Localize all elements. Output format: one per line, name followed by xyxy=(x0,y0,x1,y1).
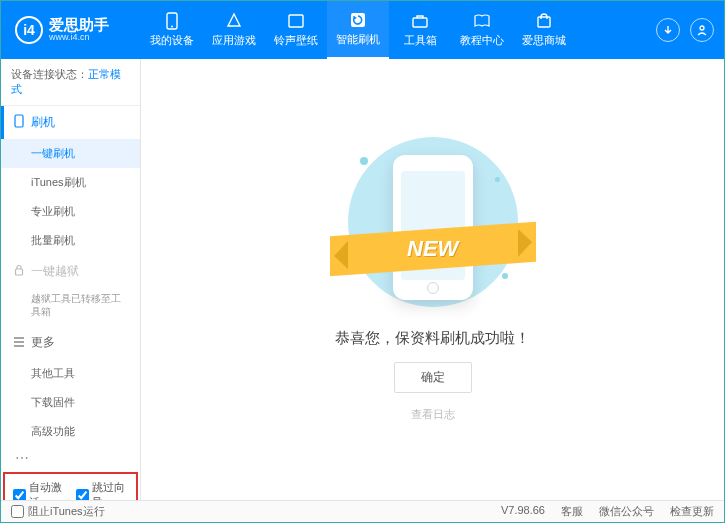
sidebar-item-other-tools[interactable]: 其他工具 xyxy=(1,359,140,388)
sidebar-item-download-firmware[interactable]: 下载固件 xyxy=(1,388,140,417)
nav-label: 应用游戏 xyxy=(212,33,256,48)
app-url: www.i4.cn xyxy=(49,33,109,43)
nav-store[interactable]: 爱思商城 xyxy=(513,1,575,59)
svg-rect-4 xyxy=(413,18,427,27)
sidebar-section-flash[interactable]: 刷机 xyxy=(1,106,140,139)
sidebar-item-onekey-flash[interactable]: 一键刷机 xyxy=(1,139,140,168)
wechat-link[interactable]: 微信公众号 xyxy=(599,504,654,519)
toolbox-icon xyxy=(411,12,429,30)
book-icon xyxy=(473,12,491,30)
nav-label: 教程中心 xyxy=(460,33,504,48)
sidebar: 设备连接状态：正常模式 刷机 一键刷机 iTunes刷机 专业刷机 批量刷机 一… xyxy=(1,59,141,500)
sidebar-section-more[interactable]: 更多 xyxy=(1,326,140,359)
logo-icon: i4 xyxy=(15,16,43,44)
connection-status: 设备连接状态：正常模式 xyxy=(1,59,140,106)
nav-toolbox[interactable]: 工具箱 xyxy=(389,1,451,59)
svg-rect-2 xyxy=(289,15,303,27)
sidebar-section-jailbreak: 一键越狱 xyxy=(1,255,140,288)
sidebar-item-itunes-flash[interactable]: iTunes刷机 xyxy=(1,168,140,197)
nav-label: 铃声壁纸 xyxy=(274,33,318,48)
nav-label: 我的设备 xyxy=(150,33,194,48)
list-icon xyxy=(13,336,25,350)
nav-tutorials[interactable]: 教程中心 xyxy=(451,1,513,59)
nav-label: 工具箱 xyxy=(404,33,437,48)
app-header: i4 爱思助手 www.i4.cn 我的设备 应用游戏 铃声壁纸 智能刷机 工具… xyxy=(1,1,724,59)
success-message: 恭喜您，保资料刷机成功啦！ xyxy=(335,329,530,348)
apps-icon xyxy=(225,12,243,30)
refresh-icon xyxy=(349,11,367,29)
customer-service-link[interactable]: 客服 xyxy=(561,504,583,519)
sidebar-item-advanced[interactable]: 高级功能 xyxy=(1,417,140,446)
ribbon-text: NEW xyxy=(407,236,458,262)
section-label: 一键越狱 xyxy=(31,263,79,280)
success-illustration: NEW xyxy=(348,137,518,307)
sidebar-item-batch-flash[interactable]: 批量刷机 xyxy=(1,226,140,255)
wallpaper-icon xyxy=(287,12,305,30)
main-content: NEW 恭喜您，保资料刷机成功啦！ 确定 查看日志 xyxy=(141,59,724,500)
nav-flash[interactable]: 智能刷机 xyxy=(327,1,389,59)
store-icon xyxy=(535,12,553,30)
ok-button[interactable]: 确定 xyxy=(394,362,472,393)
section-label: 更多 xyxy=(31,334,55,351)
sidebar-item-pro-flash[interactable]: 专业刷机 xyxy=(1,197,140,226)
header-right: ☰ ≡ – □ × xyxy=(656,18,724,42)
svg-rect-5 xyxy=(538,17,550,27)
nav-label: 智能刷机 xyxy=(336,32,380,47)
nav-my-device[interactable]: 我的设备 xyxy=(141,1,203,59)
main-nav: 我的设备 应用游戏 铃声壁纸 智能刷机 工具箱 教程中心 爱思商城 xyxy=(141,1,656,59)
logo-area: i4 爱思助手 www.i4.cn xyxy=(1,16,141,44)
app-title: 爱思助手 xyxy=(49,17,109,34)
check-update-link[interactable]: 检查更新 xyxy=(670,504,714,519)
view-log-link[interactable]: 查看日志 xyxy=(411,407,455,422)
svg-point-6 xyxy=(700,26,704,30)
svg-rect-8 xyxy=(16,269,23,275)
svg-rect-7 xyxy=(15,115,23,127)
version-label: V7.98.66 xyxy=(501,504,545,519)
section-label: 刷机 xyxy=(31,114,55,131)
download-button[interactable] xyxy=(656,18,680,42)
phone-icon xyxy=(163,12,181,30)
jailbreak-note: 越狱工具已转移至工具箱 xyxy=(1,288,140,326)
nav-apps[interactable]: 应用游戏 xyxy=(203,1,265,59)
user-button[interactable] xyxy=(690,18,714,42)
phone-icon xyxy=(13,114,25,131)
sidebar-more-icon[interactable]: ⋯ xyxy=(1,446,140,470)
status-bar: 阻止iTunes运行 V7.98.66 客服 微信公众号 检查更新 xyxy=(1,500,724,522)
nav-ringtones[interactable]: 铃声壁纸 xyxy=(265,1,327,59)
nav-label: 爱思商城 xyxy=(522,33,566,48)
lock-icon xyxy=(13,264,25,279)
svg-point-1 xyxy=(171,26,173,28)
block-itunes-checkbox[interactable]: 阻止iTunes运行 xyxy=(11,504,105,519)
